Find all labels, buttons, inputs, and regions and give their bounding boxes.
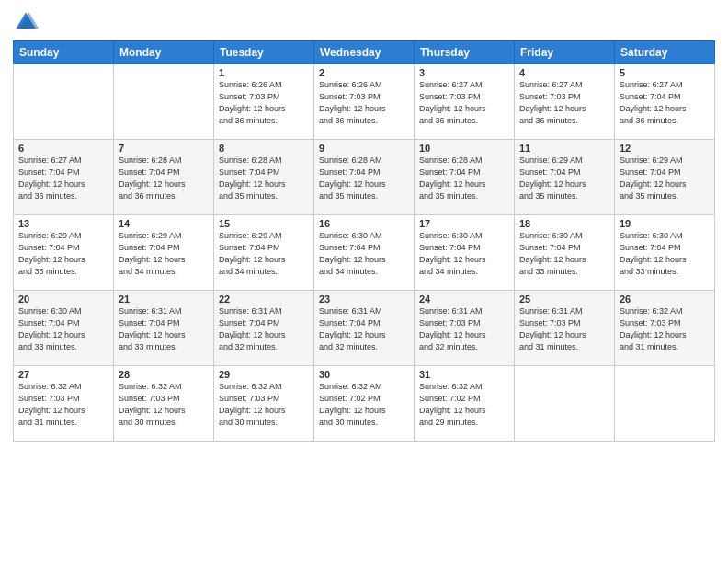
calendar-day-cell: 4Sunrise: 6:27 AMSunset: 7:03 PMDaylight… (515, 64, 615, 140)
day-of-week-header: Thursday (415, 41, 515, 64)
day-info: Sunrise: 6:31 AMSunset: 7:03 PMDaylight:… (519, 305, 609, 353)
day-info: Sunrise: 6:31 AMSunset: 7:04 PMDaylight:… (219, 305, 309, 353)
calendar-day-cell (615, 366, 715, 442)
calendar-day-cell: 23Sunrise: 6:31 AMSunset: 7:04 PMDayligh… (314, 291, 415, 366)
day-number: 1 (219, 67, 309, 78)
calendar-day-cell: 31Sunrise: 6:32 AMSunset: 7:02 PMDayligh… (415, 366, 515, 442)
calendar-header-row: SundayMondayTuesdayWednesdayThursdayFrid… (14, 41, 715, 64)
day-info: Sunrise: 6:28 AMSunset: 7:04 PMDaylight:… (419, 155, 509, 202)
calendar-day-cell: 17Sunrise: 6:30 AMSunset: 7:04 PMDayligh… (415, 215, 515, 291)
calendar-week-row: 1Sunrise: 6:26 AMSunset: 7:03 PMDaylight… (14, 64, 715, 140)
calendar-day-cell: 16Sunrise: 6:30 AMSunset: 7:04 PMDayligh… (314, 215, 415, 291)
calendar-day-cell: 21Sunrise: 6:31 AMSunset: 7:04 PMDayligh… (114, 291, 214, 366)
calendar-day-cell: 22Sunrise: 6:31 AMSunset: 7:04 PMDayligh… (214, 291, 314, 366)
day-info: Sunrise: 6:29 AMSunset: 7:04 PMDaylight:… (219, 230, 309, 278)
day-info: Sunrise: 6:29 AMSunset: 7:04 PMDaylight:… (620, 155, 710, 202)
day-of-week-header: Friday (515, 41, 615, 64)
day-info: Sunrise: 6:28 AMSunset: 7:04 PMDaylight:… (219, 155, 309, 202)
calendar-day-cell: 27Sunrise: 6:32 AMSunset: 7:03 PMDayligh… (14, 366, 114, 442)
calendar-day-cell: 6Sunrise: 6:27 AMSunset: 7:04 PMDaylight… (14, 140, 114, 215)
calendar-week-row: 20Sunrise: 6:30 AMSunset: 7:04 PMDayligh… (14, 291, 715, 366)
day-number: 12 (620, 143, 710, 154)
calendar-day-cell: 19Sunrise: 6:30 AMSunset: 7:04 PMDayligh… (615, 215, 715, 291)
calendar-day-cell: 10Sunrise: 6:28 AMSunset: 7:04 PMDayligh… (415, 140, 515, 215)
calendar-day-cell: 26Sunrise: 6:32 AMSunset: 7:03 PMDayligh… (615, 291, 715, 366)
day-info: Sunrise: 6:29 AMSunset: 7:04 PMDaylight:… (18, 230, 108, 278)
day-info: Sunrise: 6:32 AMSunset: 7:02 PMDaylight:… (419, 381, 509, 429)
day-number: 5 (620, 67, 710, 78)
calendar-day-cell: 25Sunrise: 6:31 AMSunset: 7:03 PMDayligh… (515, 291, 615, 366)
day-number: 18 (519, 218, 609, 229)
calendar-day-cell: 9Sunrise: 6:28 AMSunset: 7:04 PMDaylight… (314, 140, 415, 215)
day-number: 28 (119, 369, 209, 380)
day-number: 22 (219, 293, 309, 304)
day-number: 27 (18, 369, 108, 380)
day-number: 30 (319, 369, 409, 380)
day-info: Sunrise: 6:32 AMSunset: 7:03 PMDaylight:… (620, 305, 710, 353)
calendar-day-cell: 3Sunrise: 6:27 AMSunset: 7:03 PMDaylight… (415, 64, 515, 140)
logo (13, 9, 42, 35)
day-info: Sunrise: 6:32 AMSunset: 7:03 PMDaylight:… (219, 381, 309, 429)
day-number: 2 (319, 67, 409, 78)
day-number: 15 (219, 218, 309, 229)
day-number: 24 (419, 293, 509, 304)
day-number: 6 (18, 143, 108, 154)
day-info: Sunrise: 6:31 AMSunset: 7:04 PMDaylight:… (319, 305, 409, 353)
day-number: 25 (519, 293, 609, 304)
day-of-week-header: Sunday (14, 41, 114, 64)
calendar-day-cell: 28Sunrise: 6:32 AMSunset: 7:03 PMDayligh… (114, 366, 214, 442)
day-number: 21 (119, 293, 209, 304)
calendar-day-cell: 14Sunrise: 6:29 AMSunset: 7:04 PMDayligh… (114, 215, 214, 291)
day-number: 29 (219, 369, 309, 380)
calendar-week-row: 6Sunrise: 6:27 AMSunset: 7:04 PMDaylight… (14, 140, 715, 215)
day-info: Sunrise: 6:30 AMSunset: 7:04 PMDaylight:… (519, 230, 609, 278)
logo-icon (13, 9, 39, 35)
day-number: 16 (319, 218, 409, 229)
day-number: 17 (419, 218, 509, 229)
day-info: Sunrise: 6:28 AMSunset: 7:04 PMDaylight:… (319, 155, 409, 202)
calendar-day-cell: 8Sunrise: 6:28 AMSunset: 7:04 PMDaylight… (214, 140, 314, 215)
page: SundayMondayTuesdayWednesdayThursdayFrid… (0, 0, 728, 563)
calendar-day-cell: 24Sunrise: 6:31 AMSunset: 7:03 PMDayligh… (415, 291, 515, 366)
day-number: 10 (419, 143, 509, 154)
day-info: Sunrise: 6:29 AMSunset: 7:04 PMDaylight:… (119, 230, 209, 278)
day-info: Sunrise: 6:26 AMSunset: 7:03 PMDaylight:… (319, 79, 409, 127)
day-of-week-header: Tuesday (214, 41, 314, 64)
calendar-table: SundayMondayTuesdayWednesdayThursdayFrid… (13, 40, 715, 442)
calendar-day-cell: 11Sunrise: 6:29 AMSunset: 7:04 PMDayligh… (515, 140, 615, 215)
day-info: Sunrise: 6:32 AMSunset: 7:03 PMDaylight:… (119, 381, 209, 429)
day-of-week-header: Saturday (615, 41, 715, 64)
day-number: 7 (119, 143, 209, 154)
day-info: Sunrise: 6:32 AMSunset: 7:03 PMDaylight:… (18, 381, 108, 429)
calendar-week-row: 13Sunrise: 6:29 AMSunset: 7:04 PMDayligh… (14, 215, 715, 291)
day-info: Sunrise: 6:28 AMSunset: 7:04 PMDaylight:… (119, 155, 209, 202)
calendar-day-cell (114, 64, 214, 140)
day-info: Sunrise: 6:30 AMSunset: 7:04 PMDaylight:… (419, 230, 509, 278)
calendar-day-cell: 1Sunrise: 6:26 AMSunset: 7:03 PMDaylight… (214, 64, 314, 140)
day-info: Sunrise: 6:27 AMSunset: 7:04 PMDaylight:… (620, 79, 710, 127)
day-number: 26 (620, 293, 710, 304)
header (13, 9, 715, 35)
calendar-day-cell: 29Sunrise: 6:32 AMSunset: 7:03 PMDayligh… (214, 366, 314, 442)
calendar-week-row: 27Sunrise: 6:32 AMSunset: 7:03 PMDayligh… (14, 366, 715, 442)
day-info: Sunrise: 6:30 AMSunset: 7:04 PMDaylight:… (18, 305, 108, 353)
day-number: 11 (519, 143, 609, 154)
calendar-day-cell: 18Sunrise: 6:30 AMSunset: 7:04 PMDayligh… (515, 215, 615, 291)
calendar-day-cell: 12Sunrise: 6:29 AMSunset: 7:04 PMDayligh… (615, 140, 715, 215)
day-number: 20 (18, 293, 108, 304)
day-info: Sunrise: 6:27 AMSunset: 7:03 PMDaylight:… (419, 79, 509, 127)
day-info: Sunrise: 6:30 AMSunset: 7:04 PMDaylight:… (319, 230, 409, 278)
day-info: Sunrise: 6:30 AMSunset: 7:04 PMDaylight:… (620, 230, 710, 278)
day-number: 23 (319, 293, 409, 304)
calendar-day-cell: 7Sunrise: 6:28 AMSunset: 7:04 PMDaylight… (114, 140, 214, 215)
day-number: 13 (18, 218, 108, 229)
day-of-week-header: Monday (114, 41, 214, 64)
day-info: Sunrise: 6:27 AMSunset: 7:03 PMDaylight:… (519, 79, 609, 127)
calendar-day-cell: 5Sunrise: 6:27 AMSunset: 7:04 PMDaylight… (615, 64, 715, 140)
day-number: 19 (620, 218, 710, 229)
calendar-day-cell: 30Sunrise: 6:32 AMSunset: 7:02 PMDayligh… (314, 366, 415, 442)
day-info: Sunrise: 6:29 AMSunset: 7:04 PMDaylight:… (519, 155, 609, 202)
day-info: Sunrise: 6:32 AMSunset: 7:02 PMDaylight:… (319, 381, 409, 429)
calendar-day-cell: 20Sunrise: 6:30 AMSunset: 7:04 PMDayligh… (14, 291, 114, 366)
calendar-day-cell (515, 366, 615, 442)
